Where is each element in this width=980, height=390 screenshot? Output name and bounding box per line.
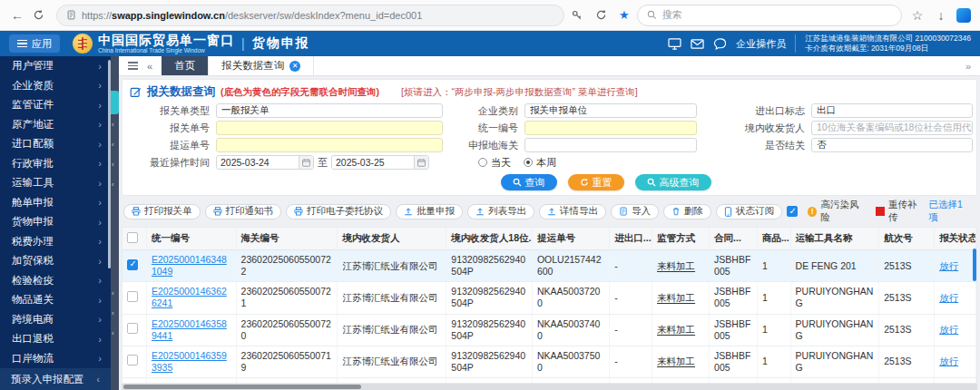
sidebar-item[interactable]: 税费办理› bbox=[0, 232, 111, 252]
list-export-button[interactable]: 列表导出 bbox=[467, 204, 534, 219]
status-link[interactable]: 放行 bbox=[939, 260, 958, 271]
scrollbar-thumb[interactable] bbox=[123, 385, 361, 389]
print-notice-button[interactable]: 打印通知书 bbox=[205, 204, 282, 219]
service-chat-icon[interactable] bbox=[713, 38, 727, 50]
radio-week[interactable]: 本周 bbox=[524, 156, 556, 170]
browser-search-box[interactable]: 搜索 bbox=[637, 5, 902, 26]
password-key-icon[interactable] bbox=[572, 10, 588, 21]
import-button[interactable]: 导入 bbox=[611, 204, 659, 219]
date-to-input[interactable]: 2025-03-25 bbox=[331, 155, 429, 170]
advanced-search-button[interactable]: 高级查询 bbox=[635, 174, 711, 190]
column-header[interactable]: 合同... bbox=[710, 228, 758, 250]
chevron-left-icon[interactable]: ‹ bbox=[112, 122, 114, 129]
sidebar-item[interactable]: 行政审批› bbox=[0, 154, 111, 174]
sidebar-item[interactable]: 运输工具› bbox=[0, 173, 111, 193]
table-row[interactable]: E20250001463589441 236020250605500720 江苏… bbox=[122, 314, 976, 346]
column-header[interactable]: 报关状态 bbox=[935, 228, 976, 250]
sidebar-item[interactable]: 货物申报› bbox=[0, 212, 111, 232]
unified-no-link[interactable]: E20250001463593935 bbox=[152, 350, 227, 373]
decl-type-select[interactable]: 一般报关单 bbox=[216, 103, 443, 118]
monitor-icon[interactable] bbox=[668, 38, 681, 50]
ie-flag-select[interactable]: 出口 bbox=[811, 103, 973, 118]
table-vertical-scrollbar[interactable] bbox=[973, 249, 976, 281]
customs-input[interactable] bbox=[524, 138, 697, 152]
refresh-icon[interactable] bbox=[33, 9, 49, 21]
chevron-left-icon[interactable]: ‹ bbox=[112, 310, 114, 317]
date-from-input[interactable]: 2025-03-24 bbox=[216, 155, 314, 170]
calendar-icon[interactable] bbox=[414, 156, 428, 169]
sidebar-item[interactable]: 监管证件› bbox=[0, 95, 111, 115]
unified-no-link[interactable]: E20250001463589441 bbox=[152, 318, 227, 341]
table-row[interactable]: E20250001463481049 236020250605500722 江苏… bbox=[122, 250, 976, 282]
chevron-left-icon[interactable]: ‹ bbox=[112, 141, 114, 149]
status-subscribe-button[interactable]: 状态订阅 bbox=[716, 204, 782, 219]
chevron-left-icon[interactable]: ‹ bbox=[112, 161, 114, 169]
table-row[interactable]: E20250001463626241 236020250605500721 江苏… bbox=[122, 282, 976, 314]
address-bar[interactable]: https://swapp.singlewindow.cn/deskserver… bbox=[56, 5, 564, 26]
bookmark-star-icon[interactable]: ★ bbox=[619, 8, 630, 22]
print-agreement-button[interactable]: 打印电子委托协议 bbox=[286, 204, 391, 219]
tab-close-icon[interactable]: ✕ bbox=[289, 61, 300, 72]
sidebar-item[interactable]: 原产地证› bbox=[0, 115, 111, 135]
status-subscribe-checkbox[interactable] bbox=[787, 206, 798, 217]
sidebar-item[interactable]: 检验检疫› bbox=[0, 271, 111, 291]
sidebar-item[interactable]: 口岸物流› bbox=[0, 349, 111, 369]
sidebar-item[interactable]: 进口配额› bbox=[0, 134, 111, 154]
sync-icon[interactable] bbox=[595, 9, 612, 21]
column-header[interactable]: 海关编号 bbox=[236, 228, 338, 250]
column-header[interactable]: 监管方式 bbox=[652, 228, 710, 250]
sidebar-item[interactable]: 出口退税› bbox=[0, 329, 111, 349]
radio-today[interactable]: 当天 bbox=[478, 156, 511, 170]
decl-no-input[interactable] bbox=[216, 121, 443, 135]
sidebar-item[interactable]: 物品通关› bbox=[0, 290, 111, 310]
row-checkbox[interactable] bbox=[127, 291, 138, 302]
download-icon[interactable]: ↓ bbox=[933, 8, 949, 23]
row-checkbox[interactable] bbox=[127, 323, 138, 334]
tab-home[interactable]: 首页 bbox=[162, 56, 208, 75]
back-icon[interactable]: ← bbox=[9, 8, 25, 23]
consignee-input[interactable]: 10位海关备案编码或18位社会信用代码 bbox=[811, 121, 973, 135]
column-header[interactable]: 境内收发货人 bbox=[338, 228, 446, 250]
detail-export-button[interactable]: 详情导出 bbox=[539, 204, 606, 219]
column-header[interactable]: 商品... bbox=[757, 228, 790, 250]
chevron-left-icon[interactable]: ‹ bbox=[112, 290, 114, 297]
mail-icon[interactable] bbox=[691, 38, 704, 50]
calendar-icon[interactable] bbox=[299, 156, 313, 169]
column-header[interactable]: 航次号 bbox=[879, 228, 935, 250]
status-link[interactable]: 放行 bbox=[939, 292, 958, 303]
reset-button[interactable]: 重置 bbox=[568, 174, 624, 190]
tabs-scroll-right-icon[interactable]: » bbox=[965, 61, 971, 72]
column-header[interactable]: 运输工具名称 bbox=[790, 228, 879, 250]
column-header[interactable]: 境内收发货人18位... bbox=[446, 228, 533, 250]
bl-no-input[interactable] bbox=[216, 138, 443, 152]
tabs-scroll-left-icon[interactable]: « bbox=[147, 61, 152, 72]
closed-select[interactable]: 否 bbox=[811, 138, 973, 152]
user-role[interactable]: 企业操作员 bbox=[736, 37, 786, 51]
collapse-handle[interactable] bbox=[111, 91, 119, 114]
search-button[interactable]: 查询 bbox=[501, 174, 557, 190]
sidebar-item[interactable]: 企业资质› bbox=[0, 76, 111, 96]
table-row[interactable]: E20250001463593935 236020250605500719 江苏… bbox=[122, 346, 976, 377]
print-declaration-button[interactable]: 打印报关单 bbox=[123, 204, 201, 219]
chevron-left-icon[interactable]: ‹ bbox=[112, 330, 114, 337]
batch-declare-button[interactable]: 批量申报 bbox=[396, 204, 463, 219]
sidebar-item[interactable]: 跨境电商› bbox=[0, 310, 111, 330]
unified-no-link[interactable]: E20250001463481049 bbox=[152, 254, 227, 277]
delete-button[interactable]: 删除 bbox=[663, 204, 711, 219]
status-link[interactable]: 放行 bbox=[939, 324, 958, 335]
app-menu-button[interactable]: 应用 bbox=[9, 34, 60, 53]
column-header[interactable]: 提运单号 bbox=[532, 228, 609, 250]
sidebar-item[interactable]: 用户管理› bbox=[0, 56, 111, 76]
row-checkbox[interactable] bbox=[127, 355, 138, 366]
status-link[interactable]: 放行 bbox=[939, 356, 958, 366]
unified-no-link[interactable]: E20250001463626241 bbox=[152, 286, 227, 308]
column-header[interactable]: 统一编号 bbox=[146, 228, 236, 250]
sidebar-item[interactable]: 加贸保税› bbox=[0, 251, 111, 271]
browser-profile-icon[interactable] bbox=[956, 8, 971, 23]
row-checkbox[interactable] bbox=[127, 259, 138, 270]
tab-list-icon[interactable] bbox=[128, 60, 138, 72]
select-all-checkbox[interactable] bbox=[127, 232, 138, 243]
table-horizontal-scrollbar[interactable] bbox=[122, 384, 977, 390]
favorites-icon[interactable]: ☆ bbox=[909, 8, 926, 23]
tab-query[interactable]: 报关数据查询 ✕ bbox=[208, 56, 314, 75]
